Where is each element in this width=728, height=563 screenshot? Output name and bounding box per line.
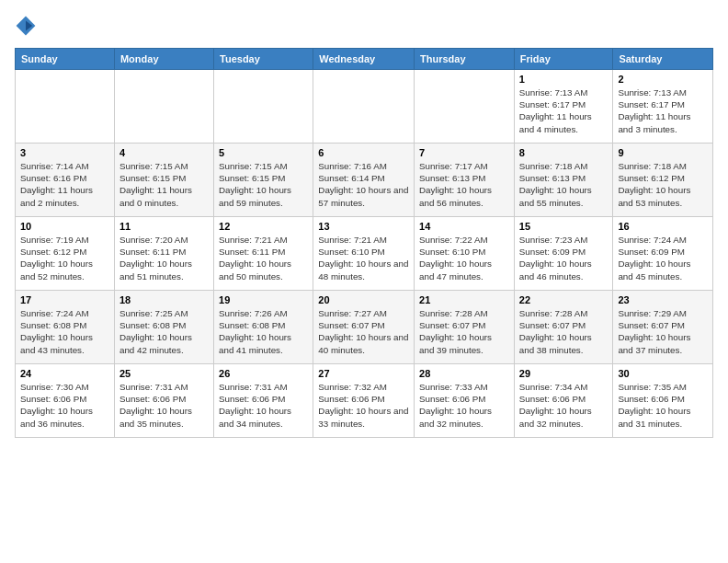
calendar-week-row: 24Sunrise: 7:30 AM Sunset: 6:06 PM Dayli… — [16, 364, 713, 438]
calendar-empty-cell — [214, 70, 313, 144]
calendar-day-30: 30Sunrise: 7:35 AM Sunset: 6:06 PM Dayli… — [613, 364, 713, 438]
day-number: 15 — [519, 221, 609, 232]
day-info: Sunrise: 7:14 AM Sunset: 6:16 PM Dayligh… — [20, 160, 109, 209]
day-number: 5 — [219, 147, 308, 158]
day-number: 13 — [318, 221, 409, 232]
calendar-day-14: 14Sunrise: 7:22 AM Sunset: 6:10 PM Dayli… — [415, 217, 515, 291]
calendar-day-17: 17Sunrise: 7:24 AM Sunset: 6:08 PM Dayli… — [16, 291, 115, 364]
calendar-day-5: 5Sunrise: 7:15 AM Sunset: 6:15 PM Daylig… — [214, 144, 313, 217]
calendar-day-2: 2Sunrise: 7:13 AM Sunset: 6:17 PM Daylig… — [613, 70, 713, 144]
calendar-day-16: 16Sunrise: 7:24 AM Sunset: 6:09 PM Dayli… — [613, 217, 713, 291]
calendar-day-24: 24Sunrise: 7:30 AM Sunset: 6:06 PM Dayli… — [16, 364, 115, 438]
calendar-day-26: 26Sunrise: 7:31 AM Sunset: 6:06 PM Dayli… — [214, 364, 313, 438]
calendar-day-4: 4Sunrise: 7:15 AM Sunset: 6:15 PM Daylig… — [114, 144, 213, 217]
day-number: 18 — [119, 294, 209, 305]
day-info: Sunrise: 7:15 AM Sunset: 6:15 PM Dayligh… — [119, 160, 209, 209]
day-number: 17 — [20, 294, 109, 305]
day-info: Sunrise: 7:21 AM Sunset: 6:10 PM Dayligh… — [318, 234, 409, 282]
day-info: Sunrise: 7:28 AM Sunset: 6:07 PM Dayligh… — [419, 307, 509, 356]
calendar-day-1: 1Sunrise: 7:13 AM Sunset: 6:17 PM Daylig… — [514, 70, 613, 144]
day-info: Sunrise: 7:27 AM Sunset: 6:07 PM Dayligh… — [318, 307, 409, 356]
calendar-day-28: 28Sunrise: 7:33 AM Sunset: 6:06 PM Dayli… — [415, 364, 515, 438]
day-number: 1 — [519, 74, 609, 85]
calendar-day-8: 8Sunrise: 7:18 AM Sunset: 6:13 PM Daylig… — [514, 144, 613, 217]
day-info: Sunrise: 7:35 AM Sunset: 6:06 PM Dayligh… — [618, 381, 708, 430]
day-number: 6 — [318, 147, 409, 158]
calendar-empty-cell — [313, 70, 415, 144]
day-info: Sunrise: 7:15 AM Sunset: 6:15 PM Dayligh… — [219, 160, 308, 209]
weekday-header-thursday: Thursday — [415, 49, 515, 70]
weekday-header-monday: Monday — [114, 49, 213, 70]
calendar-day-10: 10Sunrise: 7:19 AM Sunset: 6:12 PM Dayli… — [16, 217, 115, 291]
day-number: 22 — [519, 294, 609, 305]
day-number: 2 — [618, 74, 708, 85]
day-info: Sunrise: 7:29 AM Sunset: 6:07 PM Dayligh… — [618, 307, 708, 356]
day-info: Sunrise: 7:20 AM Sunset: 6:11 PM Dayligh… — [119, 234, 209, 282]
weekday-header-saturday: Saturday — [613, 49, 713, 70]
day-info: Sunrise: 7:13 AM Sunset: 6:17 PM Dayligh… — [519, 86, 609, 135]
day-number: 7 — [419, 147, 509, 158]
weekday-header-wednesday: Wednesday — [313, 49, 415, 70]
day-info: Sunrise: 7:34 AM Sunset: 6:06 PM Dayligh… — [519, 381, 609, 430]
day-info: Sunrise: 7:33 AM Sunset: 6:06 PM Dayligh… — [419, 381, 509, 430]
day-info: Sunrise: 7:24 AM Sunset: 6:09 PM Dayligh… — [618, 234, 708, 282]
day-number: 27 — [318, 368, 409, 379]
day-info: Sunrise: 7:30 AM Sunset: 6:06 PM Dayligh… — [20, 381, 109, 430]
day-info: Sunrise: 7:17 AM Sunset: 6:13 PM Dayligh… — [419, 160, 509, 209]
day-info: Sunrise: 7:24 AM Sunset: 6:08 PM Dayligh… — [20, 307, 109, 356]
calendar-day-18: 18Sunrise: 7:25 AM Sunset: 6:08 PM Dayli… — [114, 291, 213, 364]
day-number: 26 — [219, 368, 308, 379]
day-number: 30 — [618, 368, 708, 379]
day-info: Sunrise: 7:19 AM Sunset: 6:12 PM Dayligh… — [20, 234, 109, 282]
page-header — [15, 15, 713, 37]
day-number: 3 — [20, 147, 109, 158]
calendar-header-row: SundayMondayTuesdayWednesdayThursdayFrid… — [16, 49, 713, 70]
weekday-header-friday: Friday — [514, 49, 613, 70]
day-number: 8 — [519, 147, 609, 158]
day-number: 12 — [219, 221, 308, 232]
day-number: 21 — [419, 294, 509, 305]
day-number: 9 — [618, 147, 708, 158]
calendar-week-row: 3Sunrise: 7:14 AM Sunset: 6:16 PM Daylig… — [16, 144, 713, 217]
calendar-day-21: 21Sunrise: 7:28 AM Sunset: 6:07 PM Dayli… — [415, 291, 515, 364]
day-number: 11 — [119, 221, 209, 232]
calendar-empty-cell — [16, 70, 115, 144]
day-number: 25 — [119, 368, 209, 379]
day-info: Sunrise: 7:31 AM Sunset: 6:06 PM Dayligh… — [219, 381, 308, 430]
weekday-header-tuesday: Tuesday — [214, 49, 313, 70]
calendar-day-9: 9Sunrise: 7:18 AM Sunset: 6:12 PM Daylig… — [613, 144, 713, 217]
day-info: Sunrise: 7:31 AM Sunset: 6:06 PM Dayligh… — [119, 381, 209, 430]
calendar-day-20: 20Sunrise: 7:27 AM Sunset: 6:07 PM Dayli… — [313, 291, 415, 364]
calendar-empty-cell — [415, 70, 515, 144]
day-info: Sunrise: 7:18 AM Sunset: 6:12 PM Dayligh… — [618, 160, 708, 209]
day-info: Sunrise: 7:13 AM Sunset: 6:17 PM Dayligh… — [618, 86, 708, 135]
calendar-day-19: 19Sunrise: 7:26 AM Sunset: 6:08 PM Dayli… — [214, 291, 313, 364]
calendar-day-22: 22Sunrise: 7:28 AM Sunset: 6:07 PM Dayli… — [514, 291, 613, 364]
day-number: 4 — [119, 147, 209, 158]
calendar-day-11: 11Sunrise: 7:20 AM Sunset: 6:11 PM Dayli… — [114, 217, 213, 291]
day-info: Sunrise: 7:16 AM Sunset: 6:14 PM Dayligh… — [318, 160, 409, 209]
calendar-table: SundayMondayTuesdayWednesdayThursdayFrid… — [15, 48, 713, 438]
day-info: Sunrise: 7:28 AM Sunset: 6:07 PM Dayligh… — [519, 307, 609, 356]
day-number: 20 — [318, 294, 409, 305]
calendar-day-3: 3Sunrise: 7:14 AM Sunset: 6:16 PM Daylig… — [16, 144, 115, 217]
calendar-week-row: 1Sunrise: 7:13 AM Sunset: 6:17 PM Daylig… — [16, 70, 713, 144]
day-number: 28 — [419, 368, 509, 379]
calendar-day-29: 29Sunrise: 7:34 AM Sunset: 6:06 PM Dayli… — [514, 364, 613, 438]
calendar-day-15: 15Sunrise: 7:23 AM Sunset: 6:09 PM Dayli… — [514, 217, 613, 291]
calendar-day-27: 27Sunrise: 7:32 AM Sunset: 6:06 PM Dayli… — [313, 364, 415, 438]
day-number: 14 — [419, 221, 509, 232]
day-info: Sunrise: 7:23 AM Sunset: 6:09 PM Dayligh… — [519, 234, 609, 282]
day-info: Sunrise: 7:22 AM Sunset: 6:10 PM Dayligh… — [419, 234, 509, 282]
logo-icon — [15, 15, 37, 37]
day-number: 24 — [20, 368, 109, 379]
calendar-week-row: 10Sunrise: 7:19 AM Sunset: 6:12 PM Dayli… — [16, 217, 713, 291]
calendar-day-12: 12Sunrise: 7:21 AM Sunset: 6:11 PM Dayli… — [214, 217, 313, 291]
day-number: 19 — [219, 294, 308, 305]
calendar-day-7: 7Sunrise: 7:17 AM Sunset: 6:13 PM Daylig… — [415, 144, 515, 217]
calendar-day-13: 13Sunrise: 7:21 AM Sunset: 6:10 PM Dayli… — [313, 217, 415, 291]
day-info: Sunrise: 7:26 AM Sunset: 6:08 PM Dayligh… — [219, 307, 308, 356]
day-number: 23 — [618, 294, 708, 305]
day-info: Sunrise: 7:32 AM Sunset: 6:06 PM Dayligh… — [318, 381, 409, 430]
day-info: Sunrise: 7:21 AM Sunset: 6:11 PM Dayligh… — [219, 234, 308, 282]
